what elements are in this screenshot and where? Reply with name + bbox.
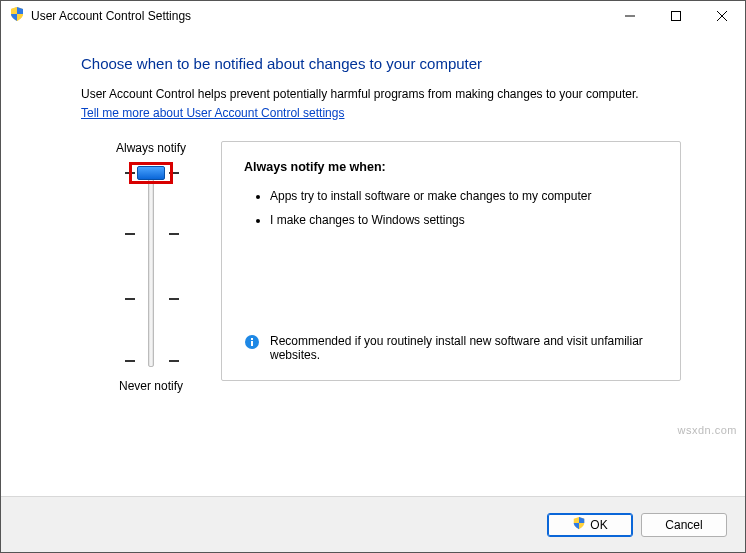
ok-button-label: OK xyxy=(590,518,607,532)
uac-settings-window: User Account Control Settings Choose whe… xyxy=(0,0,746,553)
panel-bullet: I make changes to Windows settings xyxy=(270,212,658,228)
svg-rect-5 xyxy=(251,341,253,346)
page-description: User Account Control helps prevent poten… xyxy=(81,86,681,103)
slider-top-label: Always notify xyxy=(116,141,186,155)
svg-rect-6 xyxy=(251,338,253,340)
panel-bullet: Apps try to install software or make cha… xyxy=(270,188,658,204)
info-icon xyxy=(244,334,260,350)
page-heading: Choose when to be notified about changes… xyxy=(81,55,681,72)
recommendation-text: Recommended if you routinely install new… xyxy=(270,334,658,362)
shield-icon xyxy=(9,6,25,26)
svg-rect-1 xyxy=(672,11,681,20)
cancel-button[interactable]: Cancel xyxy=(641,513,727,537)
footer: OK Cancel xyxy=(1,496,745,552)
panel-title: Always notify me when: xyxy=(244,160,658,174)
titlebar: User Account Control Settings xyxy=(1,1,745,31)
level-description-panel: Always notify me when: Apps try to insta… xyxy=(221,141,681,381)
notification-level-slider[interactable] xyxy=(148,167,154,367)
slider-thumb[interactable] xyxy=(137,166,165,180)
content-area: Choose when to be notified about changes… xyxy=(1,31,745,496)
learn-more-link[interactable]: Tell me more about User Account Control … xyxy=(81,106,344,120)
maximize-button[interactable] xyxy=(653,1,699,31)
cancel-button-label: Cancel xyxy=(665,518,702,532)
window-title: User Account Control Settings xyxy=(31,9,191,23)
close-button[interactable] xyxy=(699,1,745,31)
slider-bottom-label: Never notify xyxy=(119,379,183,393)
minimize-button[interactable] xyxy=(607,1,653,31)
watermark: wsxdn.com xyxy=(677,424,737,436)
shield-icon xyxy=(572,516,586,533)
ok-button[interactable]: OK xyxy=(547,513,633,537)
panel-bullet-list: Apps try to install software or make cha… xyxy=(244,188,658,236)
